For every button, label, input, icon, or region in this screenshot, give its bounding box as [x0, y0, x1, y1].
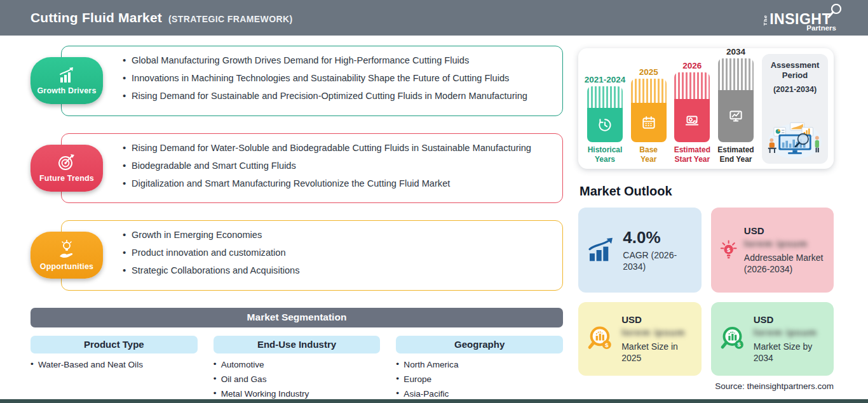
bar-category-line2: Year: [639, 155, 658, 164]
history-clock-icon: [597, 117, 613, 133]
segment-header: Geography: [396, 336, 563, 353]
list-item: Strategic Collaborations and Acquisition…: [123, 265, 553, 277]
list-item: Oil and Gas: [214, 374, 381, 384]
bar-estimated-start: [674, 72, 710, 142]
bar-category-label: Base Year: [639, 145, 658, 164]
bottom-accent-bar: [0, 399, 868, 403]
bar-category-line2: Years: [588, 155, 623, 164]
timeline-bars: 2021-2024 Historical Ye: [584, 54, 757, 164]
bar-stripes: [674, 72, 710, 99]
laptop-gear-icon: [684, 112, 700, 129]
cagr-caption: CAGR (2026-2034): [623, 249, 692, 272]
timeline-card: 2021-2024 Historical Ye: [578, 48, 834, 169]
timeline-bar-historical: 2021-2024 Historical Ye: [585, 75, 625, 164]
bar-stripes: [631, 79, 667, 103]
blurred-value: lorem ipsum: [754, 327, 825, 338]
monitor-chart-icon: [728, 108, 744, 124]
cagr-growth-icon: [587, 235, 616, 265]
timeline-bar-end: 2034 Estimated End Year: [716, 47, 756, 164]
insight-partners-logo: The INSIGHT Partners: [763, 4, 843, 32]
list-item: Global Manufacturing Growth Drives Deman…: [123, 55, 553, 67]
bar-category-line2: Start Year: [674, 155, 710, 164]
page-subtitle: (STRATEGIC FRAMEWORK): [168, 14, 293, 24]
magnifier-icon: [827, 4, 843, 20]
cagr-value: 4.0%: [623, 228, 692, 248]
bar-body: [674, 99, 710, 142]
list-item: Rising Demand for Sustainable and Precis…: [123, 90, 553, 102]
segmentation-title: Market Segmentation: [247, 312, 347, 323]
market-segmentation-bar: Market Segmentation: [31, 308, 563, 327]
bar-category-label: Estimated End Year: [717, 145, 754, 164]
market-outlook-heading: Market Outlook: [580, 184, 834, 199]
assessment-period: (2021-2034): [773, 85, 817, 94]
growth-drivers-list: Global Manufacturing Growth Drives Deman…: [123, 55, 553, 102]
outlook-cards: 4.0% CAGR (2026-2034) $ USD: [578, 208, 834, 376]
bar-category-line1: Estimated: [717, 145, 754, 154]
future-trends-badge: Future Trends: [31, 145, 103, 192]
list-item: Europe: [396, 374, 563, 384]
list-item: Automotive: [214, 360, 381, 369]
logo-top: The INSIGHT: [763, 4, 843, 27]
future-trends-list: Rising Demand for Water-Soluble and Biod…: [123, 142, 553, 190]
blurred-value: lorem ipsum: [744, 238, 825, 249]
magnifier-chart-icon-orange: $: [587, 324, 614, 354]
list-item: Rising Demand for Water-Soluble and Biod…: [123, 142, 553, 154]
addressable-text: USD lorem ipsum Addressable Market (2026…: [744, 225, 825, 275]
svg-text:$: $: [737, 341, 741, 348]
list-item: Asia-Pacific: [396, 389, 563, 399]
bar-base-year: [631, 79, 667, 142]
growth-drivers-box: Global Manufacturing Growth Drives Deman…: [61, 46, 563, 116]
bar-year-label: 2025: [639, 67, 658, 77]
opportunities-section: Growth in Emerging Economies Product inn…: [31, 220, 563, 291]
size-2034-text: USD lorem ipsum Market Size by 2034: [754, 314, 825, 364]
svg-text:$: $: [605, 341, 609, 348]
analytics-illustration: [766, 118, 824, 160]
timeline-bar-base: 2025: [629, 67, 668, 164]
infographic-canvas: Cutting Fluid Market (STRATEGIC FRAMEWOR…: [0, 0, 868, 403]
bar-category-label: Estimated Start Year: [674, 145, 710, 164]
list-item: Product innovation and customization: [123, 247, 553, 259]
bar-body: [587, 108, 623, 143]
future-trends-box: Rising Demand for Water-Soluble and Biod…: [61, 133, 563, 204]
bulb-dollar-icon: $: [720, 234, 737, 267]
bar-category-label: Historical Years: [588, 145, 623, 164]
segment-header: Product Type: [31, 336, 198, 353]
opportunities-badge: Opportunities: [31, 232, 103, 279]
logo-the-text: The: [763, 15, 768, 25]
list-item: Growth in Emerging Economies: [123, 229, 553, 241]
growth-drivers-section: Global Manufacturing Growth Drives Deman…: [31, 46, 563, 116]
assessment-title: Assessment Period: [771, 60, 820, 81]
right-column: 2021-2024 Historical Ye: [578, 48, 834, 391]
assessment-line2: Period: [771, 70, 820, 81]
bar-estimated-end: [718, 58, 754, 142]
addressable-market-card: $ USD lorem ipsum Addressable Market (20…: [711, 208, 834, 293]
segmentation-columns: Product Type Water-Based and Neat Oils E…: [31, 336, 563, 403]
source-attribution: Source: theinsightpartners.com: [578, 381, 834, 391]
page-title: Cutting Fluid Market: [31, 10, 162, 25]
market-size-2034-card: $ USD lorem ipsum Market Size by 2034: [711, 302, 834, 376]
currency-label: USD: [754, 314, 825, 325]
segment-end-use-industry: End-Use Industry Automotive Oil and Gas …: [214, 336, 381, 403]
bar-body: [631, 103, 667, 142]
list-item: Water-Based and Neat Oils: [31, 360, 198, 369]
bar-body: [718, 90, 754, 142]
list-item: Biodegradable and Smart Cutting Fluids: [123, 160, 553, 172]
list-item: Metal Working Industry: [214, 389, 381, 399]
assessment-period-panel: Assessment Period (2021-2034): [762, 54, 828, 164]
bar-year-label: 2026: [682, 61, 702, 70]
opportunities-box: Growth in Emerging Economies Product inn…: [61, 220, 563, 291]
size-2025-text: USD lorem ipsum Market Size in 2025: [621, 314, 692, 364]
badge-label: Growth Drivers: [37, 86, 96, 95]
target-dart-icon: [57, 153, 77, 172]
segment-product-type: Product Type Water-Based and Neat Oils: [31, 336, 198, 403]
bar-category-line1: Historical: [588, 145, 623, 154]
segment-list: North America Europe Asia-Pacific: [396, 360, 563, 399]
bar-historical: [587, 86, 623, 142]
segment-geography: Geography North America Europe Asia-Paci…: [396, 336, 563, 403]
size-2034-caption: Market Size by 2034: [754, 341, 825, 364]
addressable-caption: Addressable Market (2026-2034): [744, 252, 825, 275]
currency-label: USD: [744, 225, 825, 236]
bar-category-line1: Estimated: [674, 145, 710, 154]
framework-column: Global Manufacturing Growth Drives Deman…: [31, 46, 563, 403]
bar-category-line1: Base: [639, 145, 658, 154]
